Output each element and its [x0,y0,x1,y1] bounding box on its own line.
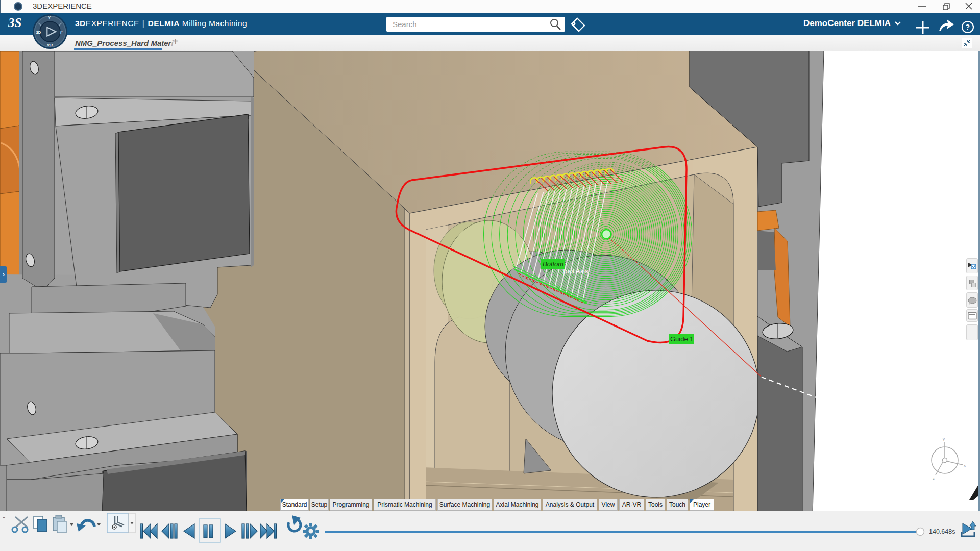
svg-text:Υ: Υ [48,15,51,20]
svg-text:⌄: ⌄ [2,513,6,519]
svg-text:V,R: V,R [47,43,53,47]
svg-text:Guide 1: Guide 1 [670,335,694,343]
svg-text:3D: 3D [36,30,41,35]
svg-text:Bottom: Bottom [543,260,564,268]
svg-text:y: y [943,437,945,441]
svg-text:z: z [933,476,935,481]
svg-text:?: ? [966,23,970,31]
svg-text:i²: i² [60,30,63,35]
svg-text:140.648s: 140.648s [929,528,955,535]
svg-text:Tool Axis: Tool Axis [562,267,589,275]
svg-text:x: x [964,463,966,468]
